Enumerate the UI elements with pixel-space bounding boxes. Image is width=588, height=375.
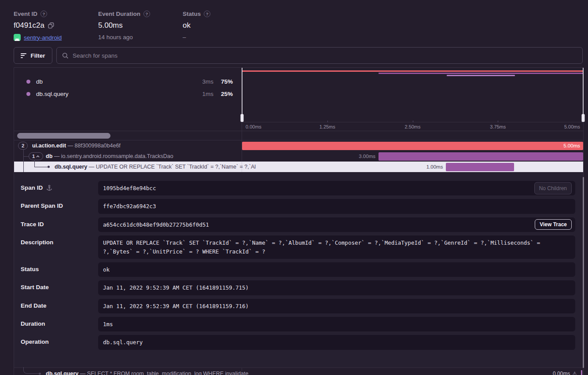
start-date-field: Jan 11, 2022 9:52:39 AM CET (1641891159.… — [98, 280, 575, 295]
minimap-span-db — [379, 73, 583, 74]
time-axis: 0.00ms 1.25ms 2.50ms 3.75ms 5.00ms — [242, 122, 583, 131]
span-row-db-sql-query-select[interactable]: db.sql.query — SELECT * FROM room_table_… — [14, 368, 583, 375]
status-sub: – — [183, 34, 186, 40]
span-op: db.sql.query — [46, 371, 78, 375]
span-children-badge[interactable]: 2 — [18, 142, 28, 150]
operation-field: db.sql.query — [98, 335, 575, 349]
vertical-scrollbar[interactable] — [583, 177, 584, 368]
span-description: SELECT * FROM room_table_modification_lo… — [87, 371, 249, 375]
minimap-left-handle[interactable] — [240, 68, 243, 122]
description-value: UPDATE OR REPLACE `Track` SET `TrackId` … — [103, 239, 570, 256]
status-field: ok — [98, 262, 575, 277]
axis-tick-label: 2.50ms — [404, 124, 420, 129]
status-field-value: ok — [103, 265, 570, 274]
chevron-up-icon — [36, 155, 40, 158]
detail-label: Start Date — [21, 284, 49, 290]
span-duration-bar[interactable] — [379, 152, 583, 161]
duration-field: 1ms — [98, 317, 575, 331]
span-duration-bar[interactable] — [242, 142, 583, 150]
end-date-value: Jan 11, 2022 9:52:39 AM CET (1641891159.… — [103, 302, 570, 310]
zero-duration-marker — [581, 370, 582, 375]
event-id-value: f0491c2a — [14, 21, 44, 30]
detail-label: Span ID — [21, 184, 43, 191]
span-duration-label: 1.00ms — [426, 164, 443, 169]
span-description: 88f300998a0b4e6f — [75, 143, 121, 149]
event-duration-column: Event Duration ? 5.00ms 14 hours ago — [98, 11, 183, 41]
status-help-icon[interactable]: ? — [204, 11, 210, 17]
filter-button[interactable]: Filter — [14, 47, 52, 64]
trace-minimap[interactable]: 0.00ms 1.25ms 2.50ms 3.75ms 5.00ms — [242, 68, 583, 131]
description-field: UPDATE OR REPLACE `Track` SET `TrackId` … — [98, 235, 575, 259]
tree-connector — [23, 367, 39, 374]
parent-span-id-value: ffe7dbc92a6942c3 — [103, 202, 570, 210]
span-detail-panel: Span ID 1095bd4ef8e94bcc No Children Par… — [14, 172, 583, 368]
trace-overview: db 3ms 75% db.sql.query 1ms 25% — [14, 68, 583, 131]
trace-view: db 3ms 75% db.sql.query 1ms 25% — [14, 67, 584, 375]
legend-duration: 3ms — [194, 78, 213, 85]
anchor-icon[interactable] — [46, 185, 52, 191]
span-row-db-sql-query-selected[interactable]: db.sql.query — UPDATE OR REPLACE `Track`… — [14, 162, 583, 172]
detail-label: Duration — [21, 320, 45, 327]
minimap-span-ui-action-edit — [242, 70, 583, 72]
tree-scroll-strip — [14, 131, 583, 140]
span-op: db — [46, 153, 52, 159]
status-value: ok — [183, 21, 191, 30]
start-date-value: Jan 11, 2022 9:52:39 AM CET (1641891159.… — [103, 283, 570, 292]
legend-item-db: db 3ms 75% — [14, 75, 242, 88]
span-duration-label: 3.00ms — [359, 154, 375, 159]
detail-label: Description — [21, 239, 53, 246]
operation-value: db.sql.query — [103, 338, 570, 346]
spans-toolbar: Filter — [14, 47, 583, 64]
end-date-field: Jan 11, 2022 9:52:39 AM CET (1641891159.… — [98, 299, 575, 313]
detail-label: Parent Span ID — [21, 202, 63, 209]
minimap-span-db-sql-query — [447, 75, 515, 76]
span-children-badge[interactable]: 1 — [29, 152, 43, 160]
status-column: Status ? ok – — [183, 11, 210, 41]
trace-id-value: a654cc61dc0b48ef9d0b27275b6f0d51 — [103, 221, 570, 229]
axis-tick-label: 1.25ms — [320, 124, 335, 129]
axis-tick-label: 0.00ms — [246, 124, 261, 129]
legend-op-label: db — [36, 78, 194, 85]
detail-label: Status — [21, 266, 39, 272]
trace-id-field: a654cc61dc0b48ef9d0b27275b6f0d51 View Tr… — [98, 217, 575, 232]
span-duration-label: 5.00ms — [563, 143, 580, 148]
span-description: UPDATE OR REPLACE `Track` SET `TrackId` … — [96, 164, 256, 170]
event-header: Event ID ? f0491c2a sentry-android Event… — [0, 0, 588, 41]
legend-item-db-sql-query: db.sql.query 1ms 25% — [14, 88, 242, 100]
filter-icon — [21, 53, 26, 58]
span-search[interactable] — [56, 47, 583, 64]
event-duration-label: Event Duration — [98, 11, 140, 17]
legend-percent: 25% — [213, 91, 233, 97]
event-duration-help-icon[interactable]: ? — [143, 11, 150, 17]
span-description: io.sentry.android.roomsample.data.Tracks… — [61, 153, 173, 159]
event-duration-value: 5.00ms — [98, 21, 123, 30]
project-link[interactable]: sentry-android — [24, 34, 62, 41]
detail-label: End Date — [21, 302, 47, 309]
span-row-ui-action-edit[interactable]: 2 ui.action.edit — 88f300998a0b4e6f 5.00… — [14, 140, 583, 151]
span-op: ui.action.edit — [32, 143, 66, 149]
copy-icon[interactable] — [48, 22, 54, 29]
axis-tick-label: 3.75ms — [490, 124, 506, 129]
horizontal-scrollbar[interactable] — [17, 133, 110, 139]
parent-span-id-field: ffe7dbc92a6942c3 — [98, 199, 575, 213]
filter-button-label: Filter — [30, 52, 45, 59]
span-op: db.sql.query — [55, 164, 87, 170]
op-color-dot — [26, 92, 30, 96]
status-label: Status — [183, 11, 201, 17]
event-id-help-icon[interactable]: ? — [40, 11, 47, 17]
legend-op-label: db.sql.query — [36, 91, 194, 97]
search-icon — [62, 52, 69, 59]
span-row-db[interactable]: 1 db — io.sentry.android.roomsample.data… — [14, 151, 583, 162]
span-id-field: 1095bd4ef8e94bcc No Children — [98, 181, 575, 195]
search-input[interactable] — [73, 52, 577, 59]
view-trace-button[interactable]: View Trace — [535, 219, 572, 230]
detail-label: Operation — [21, 338, 49, 345]
span-duration-bar[interactable] — [446, 163, 514, 171]
detail-label: Trace ID — [21, 221, 44, 228]
event-id-column: Event ID ? f0491c2a sentry-android — [14, 11, 98, 41]
span-duration-label: 0.00ms — [553, 371, 570, 375]
ops-breakdown: db 3ms 75% db.sql.query 1ms 25% — [14, 68, 242, 131]
duration-value: 1ms — [103, 320, 570, 328]
event-duration-ago: 14 hours ago — [98, 34, 133, 40]
minimap-right-handle[interactable] — [581, 68, 584, 122]
